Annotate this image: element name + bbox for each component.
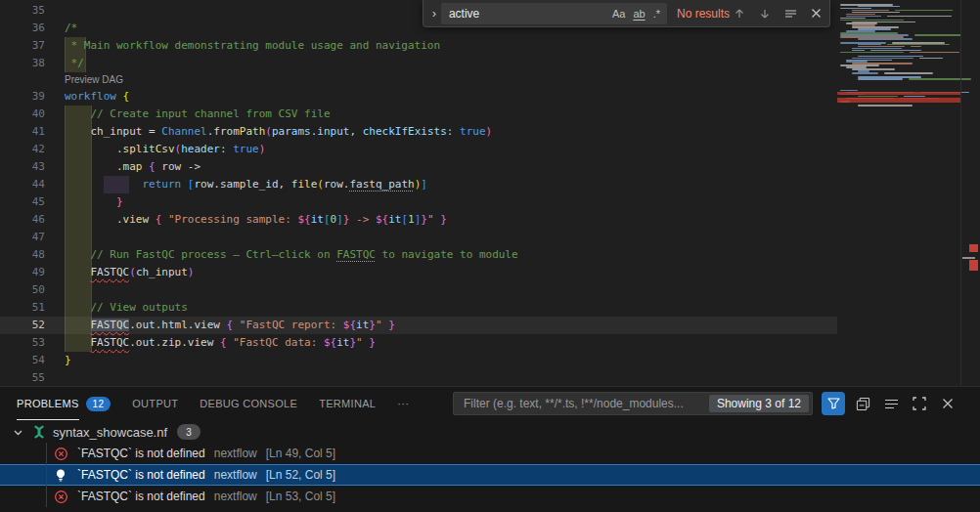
code-line[interactable]: 41 ch_input = Channel.fromPath(params.in… — [0, 123, 837, 141]
problem-row-selected[interactable]: `FASTQC` is not defined nextflow [Ln 52,… — [0, 464, 980, 486]
filter-input[interactable] — [462, 396, 709, 411]
line-number[interactable]: 41 — [0, 123, 45, 141]
line-number[interactable]: 51 — [0, 299, 45, 317]
line-number[interactable]: 50 — [0, 281, 45, 299]
minimap[interactable] — [837, 0, 960, 386]
line-number[interactable]: 43 — [0, 158, 45, 176]
chevron-down-icon — [10, 424, 25, 440]
minimap-code-bar — [858, 78, 903, 80]
problem-row[interactable]: `FASTQC` is not defined nextflow [Ln 49,… — [0, 443, 980, 464]
find-previous-arrow-up-icon[interactable] — [730, 4, 749, 23]
code-line[interactable]: 51 // View outputs — [0, 299, 837, 317]
close-find-icon[interactable] — [806, 4, 825, 23]
code-editor[interactable]: 3536/*37 * Main workflow demonstrating m… — [0, 0, 980, 386]
code-lens-label[interactable]: Preview DAG — [65, 72, 123, 88]
overview-ruler-mark — [962, 257, 975, 259]
line-number[interactable]: 54 — [0, 352, 45, 369]
more-icon: ··· — [397, 387, 409, 420]
line-number[interactable]: 47 — [0, 229, 45, 246]
line-number[interactable]: 35 — [0, 2, 45, 20]
line-number[interactable]: 39 — [0, 88, 45, 106]
code-text: workflow { — [65, 88, 129, 106]
find-next-arrow-down-icon[interactable] — [755, 4, 775, 23]
code-text: FASTQC.out.html.view { "FastQC report: $… — [65, 317, 395, 334]
close-panel-icon[interactable] — [937, 393, 958, 414]
line-number[interactable]: 44 — [0, 176, 45, 193]
minimap-code-bar — [919, 58, 943, 60]
problem-location: [Ln 52, Col 5] — [266, 468, 335, 482]
line-number[interactable]: 52 — [0, 317, 45, 334]
line-number[interactable]: 49 — [0, 264, 45, 281]
code-line[interactable]: 38 */ — [0, 55, 837, 72]
lightbulb-icon — [53, 467, 68, 483]
line-number[interactable]: 36 — [0, 20, 45, 37]
code-line[interactable]: 37 * Main workflow demonstrating module … — [0, 37, 837, 55]
code-line[interactable]: 50 — [0, 281, 837, 299]
problem-source: nextflow — [214, 447, 257, 460]
code-line[interactable]: 52 FASTQC.out.html.view { "FastQC report… — [0, 317, 837, 334]
code-line[interactable]: 48 // Run FastQC process – Ctrl–click on… — [0, 246, 837, 264]
minimap-code-bar — [852, 58, 913, 60]
minimap-code-bar — [858, 56, 923, 58]
code-text: } — [65, 352, 71, 369]
minimap-code-bar — [840, 18, 866, 20]
minimap-code-bar — [910, 52, 959, 54]
code-text: ch_input = Channel.fromPath(params.input… — [65, 123, 492, 141]
line-number[interactable]: 45 — [0, 193, 45, 211]
view-as-table-icon[interactable] — [880, 393, 902, 414]
minimap-code-bar — [840, 52, 904, 54]
code-line[interactable]: 54} — [0, 352, 837, 369]
tab-terminal[interactable]: TERMINAL — [319, 387, 376, 420]
code-line[interactable]: 44 return [row.sample_id, file(row.fastq… — [0, 176, 837, 193]
line-number[interactable]: 42 — [0, 141, 45, 158]
collapse-all-icon[interactable] — [852, 393, 873, 414]
minimap-code-bar — [858, 38, 913, 40]
panel-tab-bar: PROBLEMS 12 OUTPUT DEBUG CONSOLE TERMINA… — [0, 387, 980, 420]
problems-file-name: syntax_showcase.nf — [53, 425, 167, 440]
code-line[interactable]: 43 .map { row -> — [0, 158, 837, 176]
line-number[interactable]: 40 — [0, 106, 45, 123]
line-number[interactable]: 48 — [0, 246, 45, 264]
maximize-panel-icon[interactable] — [909, 393, 930, 414]
code-line[interactable]: 46 .view { "Processing sample: ${it[0]} … — [0, 211, 837, 229]
code-line[interactable]: 47 — [0, 229, 837, 246]
minimap-code-bar — [858, 105, 913, 107]
match-case-toggle[interactable]: Aa — [609, 7, 628, 21]
overview-ruler-mark — [969, 244, 978, 252]
line-number[interactable]: 38 — [0, 55, 45, 72]
code-line[interactable]: 55 — [0, 369, 837, 386]
tree-indent-guide — [46, 443, 47, 507]
tab-problems[interactable]: PROBLEMS 12 — [17, 387, 111, 420]
code-lens[interactable]: Preview DAG — [0, 72, 837, 88]
toggle-replace-chevron-icon[interactable]: › — [427, 4, 441, 23]
find-in-selection-icon[interactable] — [780, 4, 800, 23]
panel-more-tabs-button[interactable]: ··· — [397, 387, 409, 420]
filter-funnel-icon[interactable] — [822, 392, 845, 415]
whole-word-toggle[interactable]: ab — [630, 7, 647, 21]
code-line[interactable]: 42 .splitCsv(header: true) — [0, 141, 837, 158]
code-text: // Create input channel from CSV file — [65, 106, 331, 123]
code-line[interactable]: 39workflow { — [0, 88, 837, 106]
line-number[interactable]: 55 — [0, 369, 45, 386]
line-number[interactable]: 37 — [0, 37, 45, 55]
minimap-code-bar — [884, 72, 933, 74]
regex-toggle[interactable]: .* — [650, 7, 663, 21]
code-line[interactable]: 45 } — [0, 193, 837, 211]
overview-ruler[interactable] — [960, 0, 980, 386]
problem-location: [Ln 53, Col 5] — [266, 490, 335, 503]
line-number[interactable]: 46 — [0, 211, 45, 229]
nextflow-file-icon — [31, 424, 47, 440]
minimap-code-bar — [911, 46, 921, 48]
find-input[interactable] — [447, 6, 607, 21]
code-line[interactable]: 49 FASTQC(ch_input) — [0, 264, 837, 281]
code-text: .map { row -> — [65, 158, 200, 176]
problems-file-group[interactable]: syntax_showcase.nf 3 — [0, 421, 980, 443]
error-icon — [53, 489, 68, 504]
line-number[interactable]: 53 — [0, 334, 45, 352]
problem-source: nextflow — [214, 490, 257, 503]
code-line[interactable]: 53 FASTQC.out.zip.view { "FastQC data: $… — [0, 334, 837, 352]
tab-debug-console[interactable]: DEBUG CONSOLE — [200, 387, 297, 420]
tab-output[interactable]: OUTPUT — [132, 387, 178, 420]
problem-row[interactable]: `FASTQC` is not defined nextflow [Ln 53,… — [0, 486, 980, 507]
code-line[interactable]: 40 // Create input channel from CSV file — [0, 106, 837, 123]
